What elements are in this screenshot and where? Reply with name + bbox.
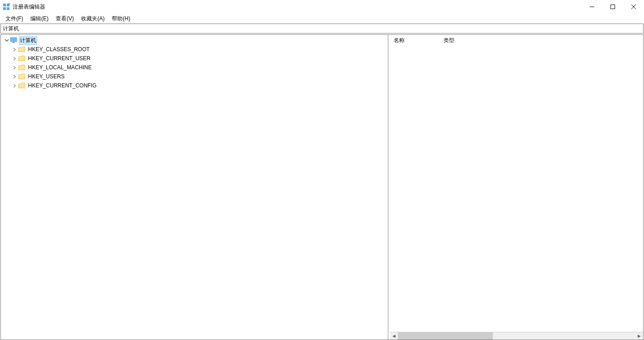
- window-title: 注册表编辑器: [13, 3, 582, 11]
- svg-rect-0: [3, 4, 6, 6]
- tree-hive[interactable]: HKEY_CURRENT_USER: [1, 54, 388, 63]
- chevron-right-icon[interactable]: [11, 55, 18, 62]
- menu-view[interactable]: 查看(V): [52, 14, 77, 24]
- svg-point-4: [9, 3, 10, 5]
- tree-hive-label: HKEY_CLASSES_ROOT: [27, 46, 91, 53]
- menu-edit[interactable]: 编辑(E): [27, 14, 52, 24]
- close-button[interactable]: [623, 0, 644, 14]
- chevron-right-icon[interactable]: [11, 46, 18, 53]
- svg-rect-2: [3, 7, 6, 10]
- values-header: 名称 类型: [390, 35, 643, 46]
- scroll-left-icon[interactable]: ◀: [390, 332, 398, 340]
- tree-root[interactable]: 计算机: [1, 36, 388, 45]
- folder-icon: [18, 82, 25, 89]
- app-icon: [3, 3, 10, 10]
- menu-favorites[interactable]: 收藏夹(A): [77, 14, 108, 24]
- maximize-button[interactable]: [602, 0, 623, 14]
- chevron-right-icon[interactable]: [11, 73, 18, 80]
- main-area: 计算机 HKEY_CLASSES_ROOT HKEY_CURRENT_USER: [0, 34, 644, 340]
- tree-hive-label: HKEY_USERS: [27, 73, 66, 80]
- values-body[interactable]: [390, 46, 643, 332]
- chevron-right-icon[interactable]: [11, 64, 18, 71]
- svg-rect-10: [11, 38, 16, 41]
- tree-hive[interactable]: HKEY_CURRENT_CONFIG: [1, 81, 388, 90]
- column-name[interactable]: 名称: [390, 35, 440, 46]
- svg-rect-3: [7, 7, 10, 10]
- svg-rect-11: [12, 42, 15, 43]
- computer-icon: [10, 37, 17, 44]
- tree-root-label: 计算机: [19, 36, 37, 45]
- menubar: 文件(F) 编辑(E) 查看(V) 收藏夹(A) 帮助(H): [0, 14, 644, 24]
- scroll-right-icon[interactable]: ▶: [635, 332, 643, 340]
- chevron-down-icon[interactable]: [3, 37, 10, 44]
- svg-rect-6: [611, 5, 615, 9]
- folder-icon: [18, 64, 25, 71]
- menu-file[interactable]: 文件(F): [2, 14, 27, 24]
- minimize-button[interactable]: [582, 0, 602, 14]
- path-text: 计算机: [3, 25, 19, 33]
- folder-icon: [18, 73, 25, 80]
- scroll-track[interactable]: [398, 332, 635, 340]
- tree-hive[interactable]: HKEY_CLASSES_ROOT: [1, 45, 388, 54]
- folder-icon: [18, 46, 25, 53]
- tree-hive-label: HKEY_LOCAL_MACHINE: [27, 64, 93, 71]
- values-pane: 名称 类型 ◀ ▶: [390, 35, 643, 340]
- window-controls: [582, 0, 644, 14]
- column-type[interactable]: 类型: [440, 35, 494, 46]
- folder-icon: [18, 55, 25, 62]
- tree-pane[interactable]: 计算机 HKEY_CLASSES_ROOT HKEY_CURRENT_USER: [1, 35, 388, 340]
- titlebar: 注册表编辑器: [0, 0, 644, 14]
- menu-help[interactable]: 帮助(H): [108, 14, 134, 24]
- scroll-thumb[interactable]: [398, 332, 493, 340]
- chevron-right-icon[interactable]: [11, 82, 18, 89]
- tree-hive-label: HKEY_CURRENT_USER: [27, 55, 91, 62]
- tree-hive[interactable]: HKEY_LOCAL_MACHINE: [1, 63, 388, 72]
- tree-hive[interactable]: HKEY_USERS: [1, 72, 388, 81]
- horizontal-scrollbar[interactable]: ◀ ▶: [390, 332, 643, 340]
- tree-hive-label: HKEY_CURRENT_CONFIG: [27, 82, 97, 89]
- path-bar[interactable]: 计算机: [0, 24, 644, 34]
